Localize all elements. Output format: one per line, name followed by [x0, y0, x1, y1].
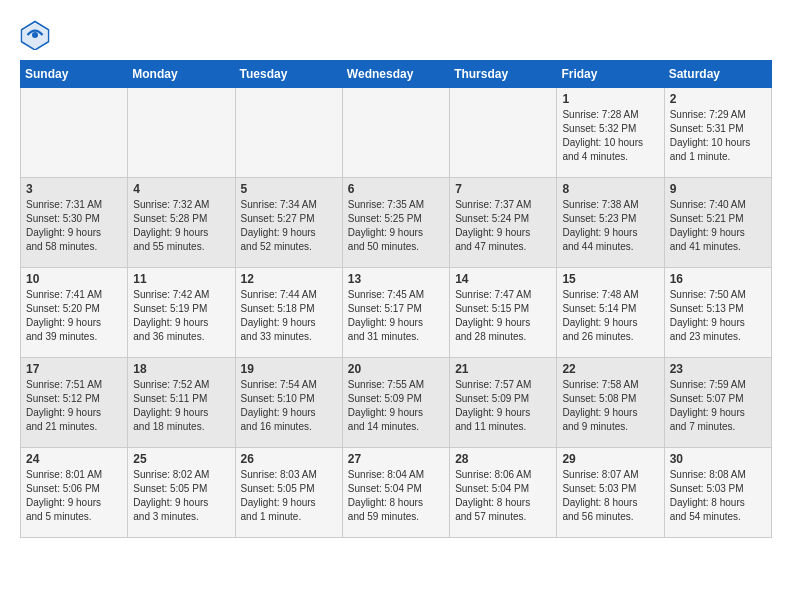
day-number: 4 [133, 182, 229, 196]
day-number: 25 [133, 452, 229, 466]
day-info: Sunrise: 7:34 AM Sunset: 5:27 PM Dayligh… [241, 198, 337, 254]
calendar-table: SundayMondayTuesdayWednesdayThursdayFrid… [20, 60, 772, 538]
calendar-cell: 19Sunrise: 7:54 AM Sunset: 5:10 PM Dayli… [235, 358, 342, 448]
calendar-cell: 1Sunrise: 7:28 AM Sunset: 5:32 PM Daylig… [557, 88, 664, 178]
logo [20, 20, 56, 50]
calendar-header-row: SundayMondayTuesdayWednesdayThursdayFrid… [21, 61, 772, 88]
day-info: Sunrise: 7:31 AM Sunset: 5:30 PM Dayligh… [26, 198, 122, 254]
calendar-cell: 2Sunrise: 7:29 AM Sunset: 5:31 PM Daylig… [664, 88, 771, 178]
day-number: 3 [26, 182, 122, 196]
calendar-week-row: 1Sunrise: 7:28 AM Sunset: 5:32 PM Daylig… [21, 88, 772, 178]
calendar-cell: 21Sunrise: 7:57 AM Sunset: 5:09 PM Dayli… [450, 358, 557, 448]
calendar-cell: 16Sunrise: 7:50 AM Sunset: 5:13 PM Dayli… [664, 268, 771, 358]
day-info: Sunrise: 7:42 AM Sunset: 5:19 PM Dayligh… [133, 288, 229, 344]
day-number: 7 [455, 182, 551, 196]
day-number: 29 [562, 452, 658, 466]
day-number: 16 [670, 272, 766, 286]
day-info: Sunrise: 7:57 AM Sunset: 5:09 PM Dayligh… [455, 378, 551, 434]
calendar-cell [128, 88, 235, 178]
calendar-cell: 29Sunrise: 8:07 AM Sunset: 5:03 PM Dayli… [557, 448, 664, 538]
day-number: 8 [562, 182, 658, 196]
calendar-cell: 26Sunrise: 8:03 AM Sunset: 5:05 PM Dayli… [235, 448, 342, 538]
calendar-cell: 6Sunrise: 7:35 AM Sunset: 5:25 PM Daylig… [342, 178, 449, 268]
calendar-cell: 11Sunrise: 7:42 AM Sunset: 5:19 PM Dayli… [128, 268, 235, 358]
day-info: Sunrise: 8:04 AM Sunset: 5:04 PM Dayligh… [348, 468, 444, 524]
calendar-cell: 30Sunrise: 8:08 AM Sunset: 5:03 PM Dayli… [664, 448, 771, 538]
calendar-cell: 10Sunrise: 7:41 AM Sunset: 5:20 PM Dayli… [21, 268, 128, 358]
day-info: Sunrise: 7:32 AM Sunset: 5:28 PM Dayligh… [133, 198, 229, 254]
day-number: 23 [670, 362, 766, 376]
day-number: 21 [455, 362, 551, 376]
day-info: Sunrise: 7:44 AM Sunset: 5:18 PM Dayligh… [241, 288, 337, 344]
calendar-cell [450, 88, 557, 178]
day-number: 1 [562, 92, 658, 106]
day-info: Sunrise: 7:50 AM Sunset: 5:13 PM Dayligh… [670, 288, 766, 344]
day-header-wednesday: Wednesday [342, 61, 449, 88]
day-number: 2 [670, 92, 766, 106]
day-number: 13 [348, 272, 444, 286]
day-number: 6 [348, 182, 444, 196]
calendar-cell: 20Sunrise: 7:55 AM Sunset: 5:09 PM Dayli… [342, 358, 449, 448]
calendar-cell: 5Sunrise: 7:34 AM Sunset: 5:27 PM Daylig… [235, 178, 342, 268]
calendar-cell: 14Sunrise: 7:47 AM Sunset: 5:15 PM Dayli… [450, 268, 557, 358]
calendar-cell: 23Sunrise: 7:59 AM Sunset: 5:07 PM Dayli… [664, 358, 771, 448]
page-header [20, 20, 772, 50]
day-info: Sunrise: 8:06 AM Sunset: 5:04 PM Dayligh… [455, 468, 551, 524]
calendar-cell: 8Sunrise: 7:38 AM Sunset: 5:23 PM Daylig… [557, 178, 664, 268]
day-info: Sunrise: 7:54 AM Sunset: 5:10 PM Dayligh… [241, 378, 337, 434]
day-number: 9 [670, 182, 766, 196]
calendar-cell: 22Sunrise: 7:58 AM Sunset: 5:08 PM Dayli… [557, 358, 664, 448]
day-info: Sunrise: 7:51 AM Sunset: 5:12 PM Dayligh… [26, 378, 122, 434]
day-number: 17 [26, 362, 122, 376]
day-info: Sunrise: 8:07 AM Sunset: 5:03 PM Dayligh… [562, 468, 658, 524]
day-number: 26 [241, 452, 337, 466]
calendar-cell: 9Sunrise: 7:40 AM Sunset: 5:21 PM Daylig… [664, 178, 771, 268]
calendar-cell: 25Sunrise: 8:02 AM Sunset: 5:05 PM Dayli… [128, 448, 235, 538]
day-number: 18 [133, 362, 229, 376]
day-info: Sunrise: 7:28 AM Sunset: 5:32 PM Dayligh… [562, 108, 658, 164]
day-header-saturday: Saturday [664, 61, 771, 88]
day-header-friday: Friday [557, 61, 664, 88]
day-number: 12 [241, 272, 337, 286]
day-info: Sunrise: 8:08 AM Sunset: 5:03 PM Dayligh… [670, 468, 766, 524]
calendar-cell: 18Sunrise: 7:52 AM Sunset: 5:11 PM Dayli… [128, 358, 235, 448]
day-info: Sunrise: 7:35 AM Sunset: 5:25 PM Dayligh… [348, 198, 444, 254]
day-number: 15 [562, 272, 658, 286]
day-header-tuesday: Tuesday [235, 61, 342, 88]
day-info: Sunrise: 7:48 AM Sunset: 5:14 PM Dayligh… [562, 288, 658, 344]
day-info: Sunrise: 7:38 AM Sunset: 5:23 PM Dayligh… [562, 198, 658, 254]
calendar-cell: 17Sunrise: 7:51 AM Sunset: 5:12 PM Dayli… [21, 358, 128, 448]
day-number: 27 [348, 452, 444, 466]
calendar-cell [235, 88, 342, 178]
day-number: 14 [455, 272, 551, 286]
day-number: 19 [241, 362, 337, 376]
day-number: 22 [562, 362, 658, 376]
calendar-week-row: 24Sunrise: 8:01 AM Sunset: 5:06 PM Dayli… [21, 448, 772, 538]
day-info: Sunrise: 7:47 AM Sunset: 5:15 PM Dayligh… [455, 288, 551, 344]
day-number: 30 [670, 452, 766, 466]
day-info: Sunrise: 7:37 AM Sunset: 5:24 PM Dayligh… [455, 198, 551, 254]
day-info: Sunrise: 8:02 AM Sunset: 5:05 PM Dayligh… [133, 468, 229, 524]
day-info: Sunrise: 7:52 AM Sunset: 5:11 PM Dayligh… [133, 378, 229, 434]
calendar-cell: 24Sunrise: 8:01 AM Sunset: 5:06 PM Dayli… [21, 448, 128, 538]
calendar-cell: 15Sunrise: 7:48 AM Sunset: 5:14 PM Dayli… [557, 268, 664, 358]
calendar-week-row: 10Sunrise: 7:41 AM Sunset: 5:20 PM Dayli… [21, 268, 772, 358]
day-info: Sunrise: 7:58 AM Sunset: 5:08 PM Dayligh… [562, 378, 658, 434]
calendar-cell: 27Sunrise: 8:04 AM Sunset: 5:04 PM Dayli… [342, 448, 449, 538]
day-number: 28 [455, 452, 551, 466]
day-number: 5 [241, 182, 337, 196]
day-info: Sunrise: 7:45 AM Sunset: 5:17 PM Dayligh… [348, 288, 444, 344]
calendar-week-row: 3Sunrise: 7:31 AM Sunset: 5:30 PM Daylig… [21, 178, 772, 268]
day-info: Sunrise: 8:03 AM Sunset: 5:05 PM Dayligh… [241, 468, 337, 524]
calendar-cell [21, 88, 128, 178]
calendar-cell: 13Sunrise: 7:45 AM Sunset: 5:17 PM Dayli… [342, 268, 449, 358]
day-info: Sunrise: 8:01 AM Sunset: 5:06 PM Dayligh… [26, 468, 122, 524]
calendar-cell: 12Sunrise: 7:44 AM Sunset: 5:18 PM Dayli… [235, 268, 342, 358]
calendar-cell: 7Sunrise: 7:37 AM Sunset: 5:24 PM Daylig… [450, 178, 557, 268]
day-header-monday: Monday [128, 61, 235, 88]
day-number: 20 [348, 362, 444, 376]
calendar-cell: 28Sunrise: 8:06 AM Sunset: 5:04 PM Dayli… [450, 448, 557, 538]
day-header-sunday: Sunday [21, 61, 128, 88]
logo-icon [20, 20, 50, 50]
day-info: Sunrise: 7:40 AM Sunset: 5:21 PM Dayligh… [670, 198, 766, 254]
